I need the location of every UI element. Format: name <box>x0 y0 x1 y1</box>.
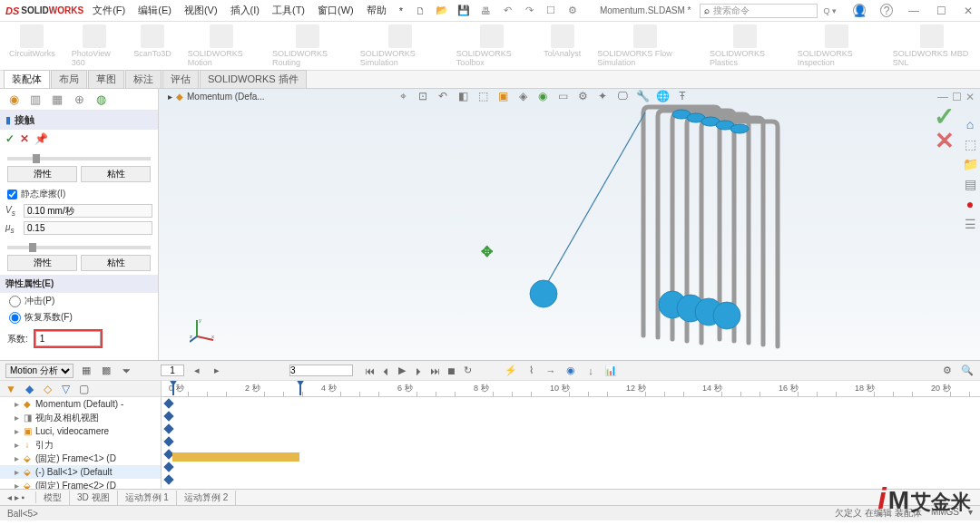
print-icon[interactable]: 🖶 <box>479 5 492 17</box>
friction-slider[interactable] <box>7 157 151 160</box>
vs-input[interactable] <box>24 204 152 218</box>
list-dock-icon[interactable]: ☰ <box>962 216 978 232</box>
ribbon-routing[interactable]: SOLIDWORKS Routing <box>272 24 344 67</box>
maximize-button[interactable]: ☐ <box>935 5 947 17</box>
ok-button[interactable]: ✓ <box>5 132 15 145</box>
bottom-tab-motion1[interactable]: 运动算例 1 <box>118 491 177 505</box>
spring-icon[interactable]: ⌇ <box>524 364 538 378</box>
ribbon-simulation[interactable]: SOLIDWORKS Simulation <box>360 24 440 67</box>
mu-input[interactable] <box>24 221 152 235</box>
menu-view[interactable]: 视图(V) <box>184 4 218 17</box>
tree-row[interactable]: ▸⬙(固定) Frame<1> (D <box>0 452 161 465</box>
menu-help[interactable]: 帮助 <box>367 4 387 17</box>
open-icon[interactable]: 📂 <box>436 5 448 17</box>
impact-radio[interactable] <box>9 296 21 307</box>
motor-icon[interactable]: ⚡ <box>504 364 518 378</box>
scene-icon[interactable]: ▭ <box>554 89 571 103</box>
tab-annotate[interactable]: 标注 <box>125 70 162 88</box>
filter-key-icon[interactable]: ◆ <box>22 383 36 395</box>
key-index-input[interactable] <box>161 365 184 376</box>
cancel-button[interactable]: ✕ <box>20 132 29 145</box>
ribbon-photoview[interactable]: PhotoView 360 <box>72 24 117 67</box>
step-back-icon[interactable]: ⏴ <box>378 364 393 378</box>
bottom-tab-3dview[interactable]: 3D 视图 <box>70 491 118 505</box>
ribbon-inspection[interactable]: SOLIDWORKS Inspection <box>798 24 877 67</box>
ribbon-mbdsnl[interactable]: SOLIDWORKS MBD SNL <box>893 24 971 67</box>
view-settings-icon[interactable]: ⚙ <box>574 89 591 103</box>
crumb-label[interactable]: Momentum (Defa... <box>187 92 265 102</box>
time-input[interactable] <box>289 365 353 376</box>
close-button[interactable]: ✕ <box>962 5 975 17</box>
search-commands[interactable]: ⌕ 搜索命令 <box>700 4 818 18</box>
ribbon-toolbox[interactable]: SOLIDWORKS Toolbox <box>456 24 528 67</box>
static-friction-checkbox[interactable] <box>7 190 17 199</box>
graphics-area[interactable]: —☐✕ ▸ ◆ Momentum (Defa... ⌖ ⊡ ↶ ◧ ⬚ ▣ ◈ … <box>159 89 980 360</box>
view-orient-icon[interactable]: ⬚ <box>475 89 491 103</box>
crumb-expand-icon[interactable]: ▸ <box>168 92 172 102</box>
pin-button[interactable]: 📌 <box>34 132 48 145</box>
palette-icon[interactable]: ▤ <box>962 176 978 192</box>
bottom-tab-motion2[interactable]: 运动算例 2 <box>177 491 236 505</box>
minimize-button[interactable]: — <box>907 5 920 17</box>
result-icon[interactable]: 📊 <box>603 364 618 378</box>
stop-icon[interactable]: ⏹ <box>444 364 458 378</box>
screen-icon[interactable]: 🖵 <box>614 89 631 103</box>
prev-view-icon[interactable]: ↶ <box>435 89 451 103</box>
ball-dock-icon[interactable]: ● <box>962 196 978 212</box>
tree-row[interactable]: ▸↓引力 <box>0 438 161 452</box>
select-icon[interactable]: ☐ <box>544 5 557 17</box>
tab-addins[interactable]: SOLIDWORKS 插件 <box>200 70 307 88</box>
section-icon[interactable]: ◧ <box>455 89 471 103</box>
search-scope[interactable]: Q ▾ <box>823 6 837 15</box>
filter-result-icon[interactable]: ▢ <box>76 383 91 395</box>
new-icon[interactable]: 🗋 <box>414 5 426 17</box>
undo-icon[interactable]: ↶ <box>501 5 514 17</box>
view-triad[interactable]: y x z <box>190 316 217 344</box>
force-icon[interactable]: → <box>544 364 558 378</box>
home-icon[interactable]: ⌂ <box>962 116 978 132</box>
friction-slider-2[interactable] <box>7 246 151 249</box>
restore-radio[interactable] <box>9 312 21 324</box>
key-next-icon[interactable]: ▸ <box>210 364 224 378</box>
key-prev-icon[interactable]: ◂ <box>190 364 204 378</box>
display-pane-icon[interactable]: ▦ <box>47 91 67 109</box>
menu-file[interactable]: 文件(F) <box>93 4 125 17</box>
filter-sel-icon[interactable]: ▽ <box>58 383 73 395</box>
bottom-tab-nav[interactable]: ◂ ▸ ▪ <box>0 491 36 503</box>
to-end-icon[interactable]: ⏭ <box>427 364 442 378</box>
tree-row[interactable]: ▸◨视向及相机视图 <box>0 411 161 424</box>
bottom-tab-model[interactable]: 模型 <box>36 491 70 505</box>
tree-row[interactable]: ▸⬙(-) Ball<1> (Default <box>0 465 161 479</box>
settings-icon[interactable]: ⚙ <box>566 5 579 17</box>
ribbon-circuitworks[interactable]: CircuitWorks <box>9 24 55 58</box>
help-icon[interactable]: ? <box>880 4 893 17</box>
tree-row[interactable]: ▸◆Momentum (Default) - <box>0 397 161 411</box>
loop-icon[interactable]: ↻ <box>460 364 475 378</box>
slip-button-2[interactable]: 滑性 <box>7 255 77 271</box>
reject-icon[interactable]: ✕ <box>935 127 955 155</box>
menu-insert[interactable]: 插入(I) <box>230 4 260 17</box>
tab-layout[interactable]: 布局 <box>51 70 87 88</box>
timeline-grid[interactable]: 0 秒2 秒4 秒6 秒8 秒10 秒12 秒14 秒16 秒18 秒20 秒 <box>162 381 980 489</box>
timeline-gravity-bar[interactable] <box>172 452 299 462</box>
appearance-icon[interactable]: ◉ <box>534 89 551 103</box>
contact-tl-icon[interactable]: ◉ <box>564 364 578 378</box>
hide-show-icon[interactable]: ◈ <box>514 89 531 103</box>
cube-icon[interactable]: ⬚ <box>962 136 978 152</box>
zoom-fit-icon[interactable]: ⌖ <box>395 89 411 103</box>
menu-overflow[interactable]: * <box>399 5 403 16</box>
text-icon[interactable]: Ŧ <box>674 89 691 103</box>
gravity-tl-icon[interactable]: ↓ <box>583 364 598 378</box>
wrench-icon[interactable]: 🔧 <box>634 89 651 103</box>
slip-button[interactable]: 滑性 <box>7 166 77 182</box>
appearances-icon[interactable]: ◍ <box>91 91 111 109</box>
save-icon[interactable]: 💾 <box>457 5 470 17</box>
tl-zoom-icon[interactable]: 🔍 <box>960 364 975 378</box>
ribbon-plastics[interactable]: SOLIDWORKS Plastics <box>710 24 781 67</box>
motion-type-select[interactable]: Motion 分析 <box>5 364 74 378</box>
menu-window[interactable]: 窗口(W) <box>318 4 354 17</box>
ribbon-tolanalyst[interactable]: TolAnalyst <box>544 24 581 58</box>
folder-icon[interactable]: 📁 <box>962 156 978 172</box>
coef-input[interactable] <box>35 331 101 346</box>
redo-icon[interactable]: ↷ <box>523 5 535 17</box>
